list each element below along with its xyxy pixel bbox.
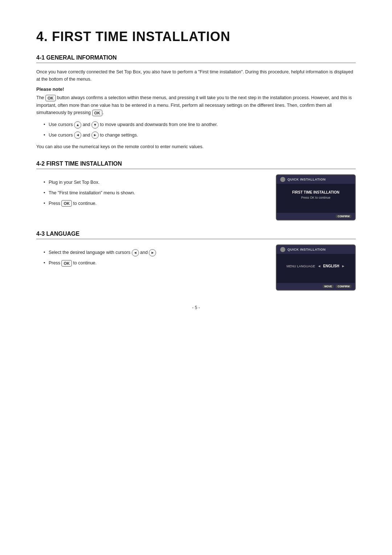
fti-bullet3: Press OK to continue. (44, 200, 266, 207)
page-number: - 5 - (36, 305, 356, 310)
page-title: 4. FIRST TIME INSTALLATION (36, 29, 356, 44)
fti-screen-footer: CONFIRM (277, 213, 355, 220)
fti-screen-header: QUICK INSTALLATION (277, 175, 355, 184)
lang-footer-move-btn: MOVE (323, 285, 334, 288)
fti-footer-confirm-btn: CONFIRM (336, 215, 351, 218)
lang-screen-body: MENU LANGUAGE ◄ ENGLISH ► (277, 254, 355, 283)
lang-two-col: Select the desired language with cursors… (36, 244, 356, 291)
fti-left: Plug in your Set Top Box. The "First tim… (36, 174, 266, 211)
fti-screen-body: FIRST TIME INSTALLATION Press OK to cont… (277, 184, 355, 213)
ok-button-icon-2: OK (92, 110, 103, 116)
general-intro: Once you have correctly connected the Se… (36, 68, 356, 83)
section-fti: 4-2 FIRST TIME INSTALLATION Plug in your… (36, 161, 356, 220)
bullet-cursors-leftright: Use cursors ◄ and ► to change settings. (44, 131, 356, 139)
lang-arrow-right: ► (342, 264, 345, 268)
section-fti-heading: 4-2 FIRST TIME INSTALLATION (36, 161, 356, 169)
cursor-down-icon: ▼ (91, 121, 99, 129)
lang-left: Select the desired language with cursors… (36, 244, 266, 271)
lang-screen-footer: MOVE CONFIRM (277, 283, 355, 290)
cursor-right-icon: ► (91, 131, 99, 139)
ok-button-lang: OK (61, 260, 72, 267)
bullet-cursors-updown: Use cursors ▲ and ▼ to move upwards and … (44, 121, 356, 129)
fti-bullets: Plug in your Set Top Box. The "First tim… (44, 179, 266, 207)
fti-screen-body-title: FIRST TIME INSTALLATION (280, 190, 351, 194)
lang-bullet1: Select the desired language with cursors… (44, 249, 266, 256)
lang-footer-confirm-btn: CONFIRM (336, 285, 351, 288)
fti-two-col: Plug in your Set Top Box. The "First tim… (36, 174, 356, 220)
note-label: Please note! (36, 86, 356, 92)
lang-header-title: QUICK INSTALLATION (287, 248, 326, 251)
general-footer-text: You can also use the numerical keys on t… (36, 143, 356, 150)
lang-bullet2: Press OK to continue. (44, 259, 266, 267)
lang-cursor-right-icon: ► (149, 249, 156, 256)
lang-header-icon (280, 247, 285, 252)
ok-button-icon: OK (45, 95, 56, 101)
section-language: 4-3 LANGUAGE Select the desired language… (36, 231, 356, 291)
lang-bullets: Select the desired language with cursors… (44, 249, 266, 267)
lang-label: MENU LANGUAGE (286, 264, 315, 268)
fti-bullet2: The "First time installation" menu is sh… (44, 189, 266, 197)
fti-header-title: QUICK INSTALLATION (287, 178, 326, 181)
section-lang-heading: 4-3 LANGUAGE (36, 231, 356, 239)
section-general: 4-1 GENERAL INFORMATION Once you have co… (36, 54, 356, 150)
page: 4. FIRST TIME INSTALLATION 4-1 GENERAL I… (0, 0, 392, 555)
lang-right: QUICK INSTALLATION MENU LANGUAGE ◄ ENGLI… (276, 244, 356, 291)
ok-button-fti: OK (61, 200, 72, 207)
lang-cursor-left-icon: ◄ (132, 249, 139, 256)
fti-right: QUICK INSTALLATION FIRST TIME INSTALLATI… (276, 174, 356, 220)
lang-row: MENU LANGUAGE ◄ ENGLISH ► (280, 264, 351, 268)
cursor-left-icon: ◄ (74, 131, 81, 139)
fti-screen: QUICK INSTALLATION FIRST TIME INSTALLATI… (276, 174, 356, 220)
fti-screen-body-sub: Press OK to continue (280, 196, 351, 199)
lang-value: ENGLISH (323, 264, 339, 268)
general-bullets: Use cursors ▲ and ▼ to move upwards and … (44, 121, 356, 139)
fti-header-icon (280, 177, 285, 182)
note-text: The OK button always confirms a selectio… (36, 94, 356, 117)
lang-screen: QUICK INSTALLATION MENU LANGUAGE ◄ ENGLI… (276, 244, 356, 291)
cursor-up-icon: ▲ (74, 121, 81, 129)
lang-arrow-left: ◄ (317, 264, 321, 268)
section-general-heading: 4-1 GENERAL INFORMATION (36, 54, 356, 63)
lang-footer-move-label: MOVE (323, 285, 334, 288)
fti-bullet1: Plug in your Set Top Box. (44, 179, 266, 186)
lang-screen-header: QUICK INSTALLATION (277, 245, 355, 254)
